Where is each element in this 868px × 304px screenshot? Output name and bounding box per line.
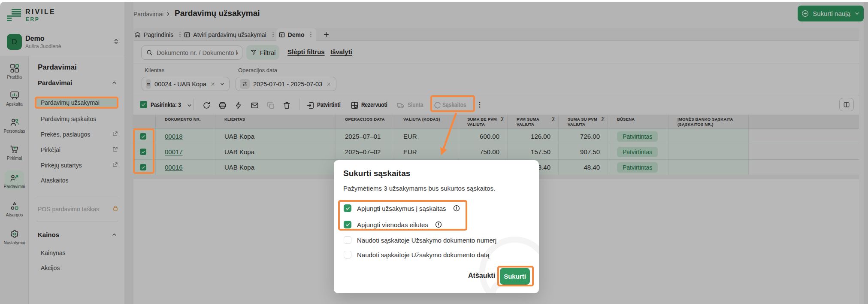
checkbox-unchecked-icon[interactable] (344, 236, 351, 244)
modal-checkbox-row[interactable]: Naudoti sąskaitoje Užsakymo dokumento nu… (344, 236, 496, 244)
annotation-highlight-modal-checkboxes (338, 200, 467, 231)
modal-subtitle: Pažymėtiems 3 užsakymams bus sukurtos są… (343, 185, 495, 192)
modal-title: Sukurti sąskaitas (343, 169, 410, 178)
annotation-arrow (429, 109, 468, 161)
cancel-button[interactable]: Atšaukti (468, 272, 495, 280)
app-root: { "brand": { "title": "RIVILE", "subtitl… (0, 0, 868, 304)
modal-checkbox-label: Naudoti sąskaitoje Užsakymo dokumento nu… (357, 237, 496, 244)
annotation-highlight-row-checkboxes (133, 128, 154, 174)
modal-checkbox-label: Naudoti sąskaitoje Užsakymo dokumento da… (357, 251, 490, 258)
annotation-highlight-sidebar-item (35, 97, 118, 109)
checkbox-unchecked-icon[interactable] (344, 251, 351, 258)
modal-checkbox-row[interactable]: Naudoti sąskaitoje Užsakymo dokumento da… (344, 251, 490, 258)
annotation-highlight-submit-button (497, 266, 534, 286)
